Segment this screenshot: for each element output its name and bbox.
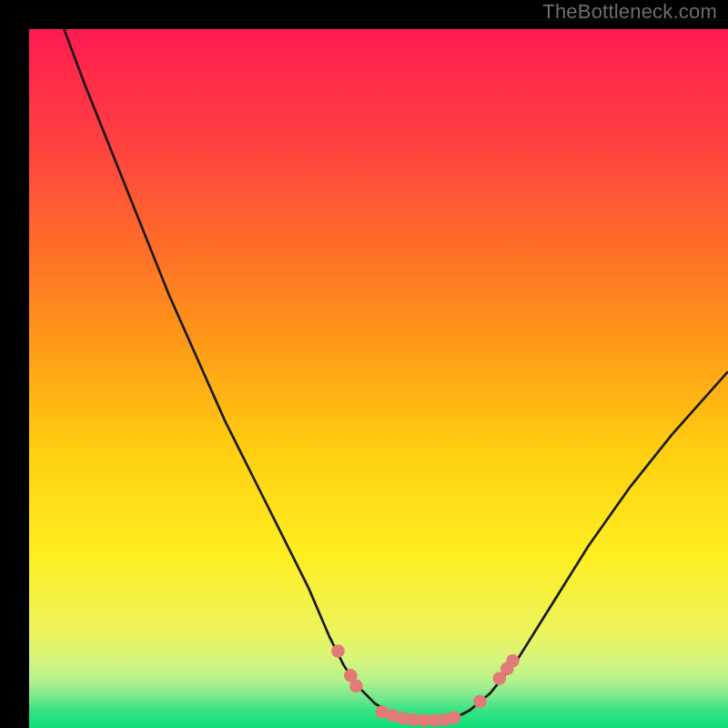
marker-group	[331, 644, 520, 727]
left-upper-dot	[331, 644, 345, 658]
plot-area	[29, 29, 728, 728]
bottleneck-curve	[64, 29, 728, 721]
chart-frame	[15, 15, 713, 713]
right-lower-dot	[473, 695, 487, 709]
watermark-text: TheBottleneck.com	[542, 0, 717, 24]
left-lower-dot	[349, 680, 363, 693]
right-upper-dot-2	[506, 654, 520, 668]
baseline-dot-8	[448, 711, 461, 724]
curve-layer	[29, 29, 728, 728]
